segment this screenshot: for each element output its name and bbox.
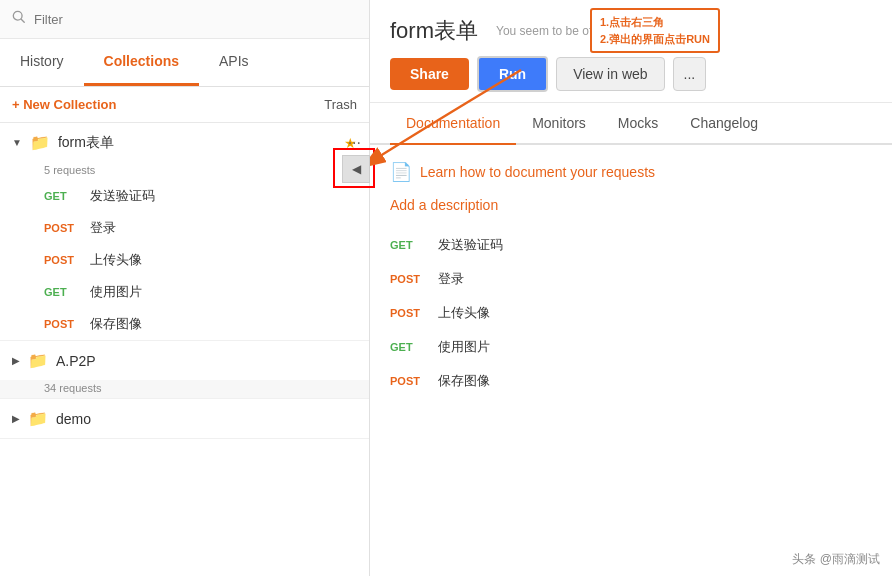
method-badge-post: POST	[44, 318, 80, 330]
method-badge-get: GET	[390, 239, 426, 251]
search-bar	[0, 0, 369, 39]
collection-ap2p-name: A.P2P	[56, 353, 357, 369]
tab-history[interactable]: History	[0, 39, 84, 86]
collection-form-name: form表单	[58, 134, 336, 152]
folder-icon: 📁	[28, 409, 48, 428]
list-item: GET 发送验证码	[390, 231, 872, 259]
list-item[interactable]: GET 发送验证码	[0, 180, 369, 212]
right-tabs: Documentation Monitors Mocks Changelog	[370, 103, 892, 145]
chevron-right-icon: ▶	[12, 413, 20, 424]
folder-icon: 📁	[28, 351, 48, 370]
folder-icon: 📁	[30, 133, 50, 152]
list-item: POST 登录	[390, 265, 872, 293]
annotation-line2: 2.弹出的界面点击RUN	[600, 31, 710, 48]
left-tabs: History Collections APIs	[0, 39, 369, 87]
learn-link-text[interactable]: Learn how to document your requests	[420, 164, 655, 180]
list-item: POST 保存图像	[390, 367, 872, 395]
collection-options-icon[interactable]: ···	[348, 134, 361, 152]
trash-button[interactable]: Trash	[324, 97, 357, 112]
list-item[interactable]: POST 保存图像	[0, 308, 369, 340]
request-name: 发送验证码	[438, 236, 503, 254]
collections-list: ▼ 📁 form表单 ★ ··· 5 requests GET 发送验证码 PO…	[0, 123, 369, 576]
annotation-line1: 1.点击右三角	[600, 14, 710, 31]
list-item: GET 使用图片	[390, 333, 872, 361]
tab-mocks[interactable]: Mocks	[602, 103, 674, 145]
request-name: 上传头像	[438, 304, 490, 322]
collapse-panel-button[interactable]: ◀	[342, 155, 370, 183]
request-name: 上传头像	[90, 251, 142, 269]
action-buttons: Share Run View in web ...	[390, 56, 872, 92]
method-badge-get: GET	[390, 341, 426, 353]
list-item: POST 上传头像	[390, 299, 872, 327]
learn-link: 📄 Learn how to document your requests	[390, 161, 872, 183]
svg-line-1	[21, 19, 24, 22]
tab-documentation[interactable]: Documentation	[390, 103, 516, 145]
request-name: 登录	[90, 219, 116, 237]
collection-ap2p: ▶ 📁 A.P2P 34 requests	[0, 341, 369, 399]
document-icon: 📄	[390, 161, 412, 183]
list-item[interactable]: POST 登录	[0, 212, 369, 244]
method-badge-get: GET	[44, 190, 80, 202]
request-name: 保存图像	[438, 372, 490, 390]
method-badge-get: GET	[44, 286, 80, 298]
more-options-button[interactable]: ...	[673, 57, 707, 91]
add-description[interactable]: Add a description	[390, 197, 872, 213]
request-name: 登录	[438, 270, 464, 288]
right-panel-title: form表单	[390, 16, 478, 46]
method-badge-post: POST	[44, 254, 80, 266]
right-request-list: GET 发送验证码 POST 登录 POST 上传头像 GET 使用图片 POS…	[390, 231, 872, 395]
filter-input[interactable]	[34, 12, 357, 27]
chevron-down-icon: ▼	[12, 137, 22, 148]
collection-form-count: 5 requests	[44, 162, 369, 180]
collection-ap2p-header[interactable]: ▶ 📁 A.P2P	[0, 341, 369, 380]
left-panel: History Collections APIs + New Collectio…	[0, 0, 370, 576]
tab-changelog[interactable]: Changelog	[674, 103, 774, 145]
list-item[interactable]: POST 上传头像	[0, 244, 369, 276]
collection-demo-header[interactable]: ▶ 📁 demo	[0, 399, 369, 438]
request-name: 发送验证码	[90, 187, 155, 205]
share-button[interactable]: Share	[390, 58, 469, 90]
right-panel: 1.点击右三角 2.弹出的界面点击RUN form表单 You seem to …	[370, 0, 892, 576]
tab-apis[interactable]: APIs	[199, 39, 269, 86]
method-badge-post: POST	[390, 375, 426, 387]
request-name: 使用图片	[90, 283, 142, 301]
list-item[interactable]: GET 使用图片	[0, 276, 369, 308]
collection-demo-name: demo	[56, 411, 357, 427]
right-content: 📄 Learn how to document your requests Ad…	[370, 145, 892, 576]
run-button[interactable]: Run	[477, 56, 548, 92]
search-icon	[12, 10, 26, 28]
collection-ap2p-count: 34 requests	[44, 380, 369, 398]
collection-form-header[interactable]: ▼ 📁 form表单 ★ ···	[0, 123, 369, 162]
tab-monitors[interactable]: Monitors	[516, 103, 602, 145]
annotation-box: 1.点击右三角 2.弹出的界面点击RUN	[590, 8, 720, 53]
request-name: 使用图片	[438, 338, 490, 356]
view-in-web-button[interactable]: View in web	[556, 57, 664, 91]
collection-form: ▼ 📁 form表单 ★ ··· 5 requests GET 发送验证码 PO…	[0, 123, 369, 341]
toolbar: + New Collection Trash	[0, 87, 369, 123]
new-collection-button[interactable]: + New Collection	[12, 97, 116, 112]
request-name: 保存图像	[90, 315, 142, 333]
watermark: 头条 @雨滴测试	[792, 551, 880, 568]
collection-demo: ▶ 📁 demo	[0, 399, 369, 439]
method-badge-post: POST	[390, 273, 426, 285]
tab-collections[interactable]: Collections	[84, 39, 199, 86]
chevron-right-icon: ▶	[12, 355, 20, 366]
method-badge-post: POST	[44, 222, 80, 234]
method-badge-post: POST	[390, 307, 426, 319]
